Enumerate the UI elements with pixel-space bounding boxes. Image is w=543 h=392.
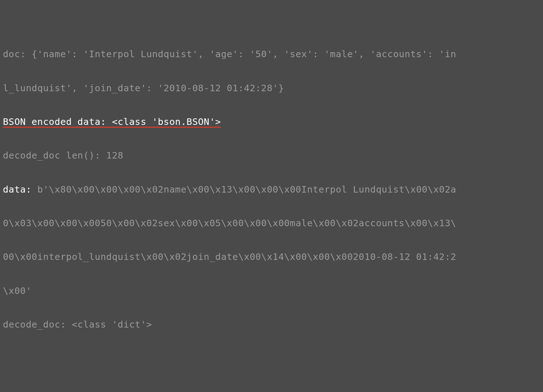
console-line: 00\x00interpol_lundquist\x00\x02join_dat… bbox=[3, 251, 540, 262]
console-line: data: b'\x80\x00\x00\x00\x02name\x00\x13… bbox=[3, 184, 540, 195]
data-prefix: data: bbox=[3, 184, 37, 195]
console-line: 0\x03\x00\x00\x0050\x00\x02sex\x00\x05\x… bbox=[3, 218, 540, 229]
console-line-highlight: BSON encoded data: <class 'bson.BSON'> bbox=[3, 116, 540, 127]
underline-annotation bbox=[3, 127, 221, 128]
console-line: \x00' bbox=[3, 285, 540, 296]
console-line: l_lundquist', 'join_date': '2010-08-12 0… bbox=[3, 83, 540, 94]
blank-line bbox=[3, 353, 540, 364]
terminal-output[interactable]: doc: {'name': 'Interpol Lundquist', 'age… bbox=[0, 0, 543, 392]
console-line: doc: {'name': 'Interpol Lundquist', 'age… bbox=[3, 49, 540, 60]
bson-encoded-label: BSON encoded data: <class 'bson.BSON'> bbox=[3, 116, 221, 127]
data-bytes: b'\x80\x00\x00\x00\x02name\x00\x13\x00\x… bbox=[37, 184, 456, 195]
console-line: decode_doc len(): 128 bbox=[3, 150, 540, 161]
console-line: decode_doc: <class 'dict'> bbox=[3, 319, 540, 330]
